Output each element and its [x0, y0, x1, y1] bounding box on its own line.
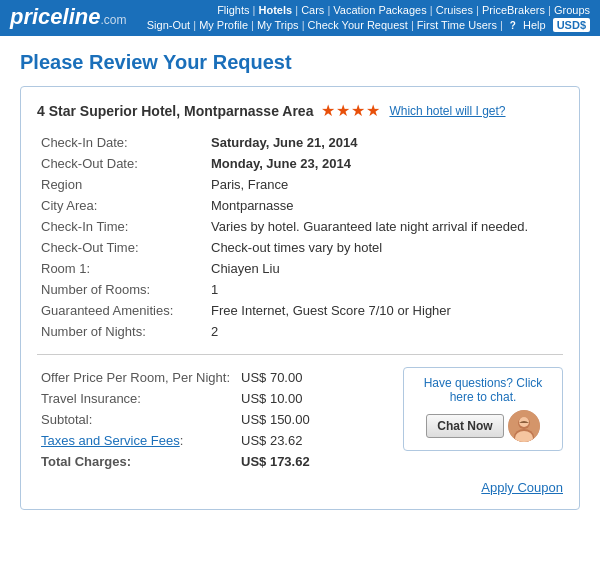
detail-value-nights: 2: [207, 321, 563, 342]
nav-firsttime[interactable]: First Time Users: [417, 19, 497, 31]
detail-value-checkout: Monday, June 23, 2014: [207, 153, 563, 174]
detail-label: Check-Out Time:: [37, 237, 207, 258]
nav-vacation[interactable]: Vacation Packages: [333, 4, 426, 16]
detail-row-nights: Number of Nights: 2: [37, 321, 563, 342]
detail-value-numrooms: 1: [207, 279, 563, 300]
header: priceline.com Flights | Hotels | Cars | …: [0, 0, 600, 36]
detail-value-checkouttime: Check-out times vary by hotel: [207, 237, 563, 258]
chat-inner: Chat Now: [412, 410, 554, 442]
detail-label: Number of Rooms:: [37, 279, 207, 300]
logo-priceline: priceline: [10, 4, 100, 30]
detail-row-numrooms: Number of Rooms: 1: [37, 279, 563, 300]
bottom-row: Apply Coupon: [37, 480, 563, 495]
price-row-total: Total Charges: US$ 173.62: [37, 451, 393, 472]
detail-label: Room 1:: [37, 258, 207, 279]
price-value: US$ 10.00: [237, 388, 393, 409]
price-label: Taxes and Service Fees:: [37, 430, 237, 451]
chat-now-button[interactable]: Chat Now: [426, 414, 503, 438]
detail-row-checkout: Check-Out Date: Monday, June 23, 2014: [37, 153, 563, 174]
nav-flights[interactable]: Flights: [217, 4, 249, 16]
price-row-taxes: Taxes and Service Fees: US$ 23.62: [37, 430, 393, 451]
chat-avatar: [508, 410, 540, 442]
help-icon: ?: [506, 18, 520, 32]
detail-row-amenities: Guaranteed Amenities: Free Internet, Gue…: [37, 300, 563, 321]
review-box: 4 Star Superior Hotel, Montparnasse Area…: [20, 86, 580, 510]
nav-hotels[interactable]: Hotels: [259, 4, 293, 16]
divider: [37, 354, 563, 355]
price-value-total: US$ 173.62: [237, 451, 393, 472]
taxes-link[interactable]: Taxes and Service Fees: [41, 433, 180, 448]
detail-label: Number of Nights:: [37, 321, 207, 342]
price-value: US$ 23.62: [237, 430, 393, 451]
price-label: Subtotal:: [37, 409, 237, 430]
detail-value-amenities: Free Internet, Guest Score 7/10 or Highe…: [207, 300, 563, 321]
detail-row-checkin: Check-In Date: Saturday, June 21, 2014: [37, 132, 563, 153]
detail-label: Check-In Time:: [37, 216, 207, 237]
page-title: Please Review Your Request: [20, 51, 580, 74]
detail-value-cityarea: Montparnasse: [207, 195, 563, 216]
main-content: Please Review Your Request 4 Star Superi…: [0, 36, 600, 525]
nav-signout[interactable]: Sign-Out: [147, 19, 190, 31]
detail-label: Check-Out Date:: [37, 153, 207, 174]
nav-links-top: Flights | Hotels | Cars | Vacation Packa…: [147, 4, 590, 16]
apply-coupon-link[interactable]: Apply Coupon: [481, 480, 563, 495]
pricing-right: Have questions? Click here to chat. Chat…: [403, 367, 563, 451]
hotel-name: 4 Star Superior Hotel, Montparnasse Area: [37, 103, 313, 119]
nav-checkrequest[interactable]: Check Your Request: [308, 19, 408, 31]
nav-groups[interactable]: Groups: [554, 4, 590, 16]
price-value: US$ 70.00: [237, 367, 393, 388]
pricing-left: Offer Price Per Room, Per Night: US$ 70.…: [37, 367, 393, 472]
hotel-header: 4 Star Superior Hotel, Montparnasse Area…: [37, 101, 563, 120]
nav-top: Flights | Hotels | Cars | Vacation Packa…: [147, 4, 590, 32]
detail-row-checkintime: Check-In Time: Varies by hotel. Guarante…: [37, 216, 563, 237]
price-row-subtotal: Subtotal: US$ 150.00: [37, 409, 393, 430]
avatar-svg: [508, 410, 540, 442]
detail-label: City Area:: [37, 195, 207, 216]
detail-value-checkintime: Varies by hotel. Guaranteed late night a…: [207, 216, 563, 237]
detail-label: Region: [37, 174, 207, 195]
hotel-link[interactable]: Which hotel will I get?: [389, 104, 505, 118]
chat-question: Have questions? Click here to chat.: [412, 376, 554, 404]
chat-box: Have questions? Click here to chat. Chat…: [403, 367, 563, 451]
currency-badge: USD$: [553, 18, 590, 32]
price-row-insurance: Travel Insurance: US$ 10.00: [37, 388, 393, 409]
detail-row-region: Region Paris, France: [37, 174, 563, 195]
nav-mytrips[interactable]: My Trips: [257, 19, 299, 31]
detail-label: Check-In Date:: [37, 132, 207, 153]
price-row-pern: Offer Price Per Room, Per Night: US$ 70.…: [37, 367, 393, 388]
detail-row-checkouttime: Check-Out Time: Check-out times vary by …: [37, 237, 563, 258]
logo-dotcom: .com: [100, 13, 126, 27]
price-label: Travel Insurance:: [37, 388, 237, 409]
nav-help[interactable]: Help: [523, 19, 546, 31]
detail-row-room: Room 1: Chiayen Liu: [37, 258, 563, 279]
detail-row-cityarea: City Area: Montparnasse: [37, 195, 563, 216]
price-label: Offer Price Per Room, Per Night:: [37, 367, 237, 388]
nav-links-bottom: Sign-Out | My Profile | My Trips | Check…: [147, 18, 590, 32]
nav-pricebreakers[interactable]: PriceBrakers: [482, 4, 545, 16]
hotel-stars: ★★★★: [321, 101, 381, 120]
price-label-total: Total Charges:: [37, 451, 237, 472]
price-table: Offer Price Per Room, Per Night: US$ 70.…: [37, 367, 393, 472]
detail-value-room: Chiayen Liu: [207, 258, 563, 279]
nav-myprofile[interactable]: My Profile: [199, 19, 248, 31]
details-table: Check-In Date: Saturday, June 21, 2014 C…: [37, 132, 563, 342]
detail-value-checkin: Saturday, June 21, 2014: [207, 132, 563, 153]
nav-cars[interactable]: Cars: [301, 4, 324, 16]
pricing-area: Offer Price Per Room, Per Night: US$ 70.…: [37, 367, 563, 472]
detail-value-region: Paris, France: [207, 174, 563, 195]
nav-cruises[interactable]: Cruises: [436, 4, 473, 16]
logo-area: priceline.com: [10, 4, 127, 30]
detail-label: Guaranteed Amenities:: [37, 300, 207, 321]
price-value: US$ 150.00: [237, 409, 393, 430]
